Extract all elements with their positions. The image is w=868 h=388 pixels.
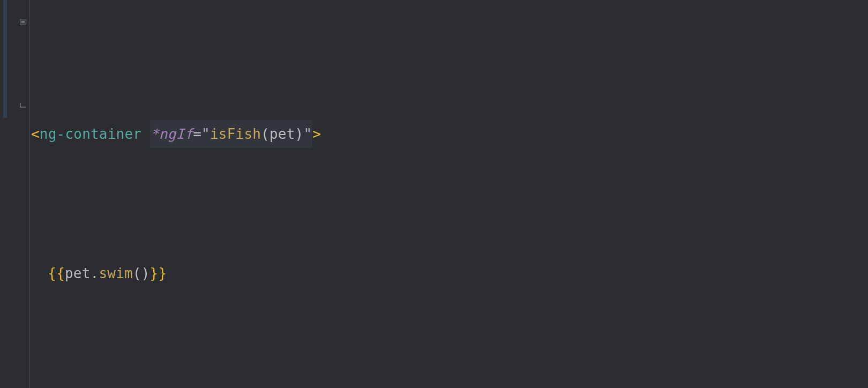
angle-close: >	[312, 120, 321, 148]
quote-close: "	[303, 126, 312, 142]
attr-group: *ngIf="isFish(pet)"	[150, 120, 312, 148]
paren-pair: ()	[133, 259, 150, 287]
angle-open: <	[31, 120, 40, 148]
interp-method: swim	[99, 259, 132, 287]
interp-open: {{	[48, 259, 65, 287]
paren-open: (	[261, 126, 270, 142]
code-area[interactable]: <ng-container *ngIf="isFish(pet)"> {{pet…	[30, 0, 868, 388]
fold-minus-icon	[19, 18, 27, 26]
code-editor[interactable]: <ng-container *ngIf="isFish(pet)"> {{pet…	[0, 0, 868, 388]
fold-indicator-bar	[3, 0, 7, 118]
quote-open: "	[201, 126, 210, 142]
paren-close: )	[295, 126, 304, 142]
fold-start-handle[interactable]	[19, 18, 27, 26]
fn-arg: pet	[270, 126, 295, 142]
editor-gutter	[0, 0, 30, 388]
fn-name: isFish	[210, 126, 261, 142]
space	[141, 120, 150, 148]
equals-sign: =	[193, 126, 201, 142]
directive-name: *ngIf	[151, 126, 193, 142]
fold-end-handle[interactable]	[19, 102, 27, 109]
code-line: <ng-container *ngIf="isFish(pet)">	[31, 120, 868, 148]
interp-close: }}	[150, 259, 167, 287]
dot: .	[91, 259, 99, 287]
gutter-border	[29, 0, 30, 388]
tag-name: ng-container	[40, 120, 141, 148]
interp-obj: pet	[65, 259, 91, 287]
code-line: {{pet.swim()}}	[31, 259, 868, 287]
fold-end-icon	[19, 102, 27, 109]
